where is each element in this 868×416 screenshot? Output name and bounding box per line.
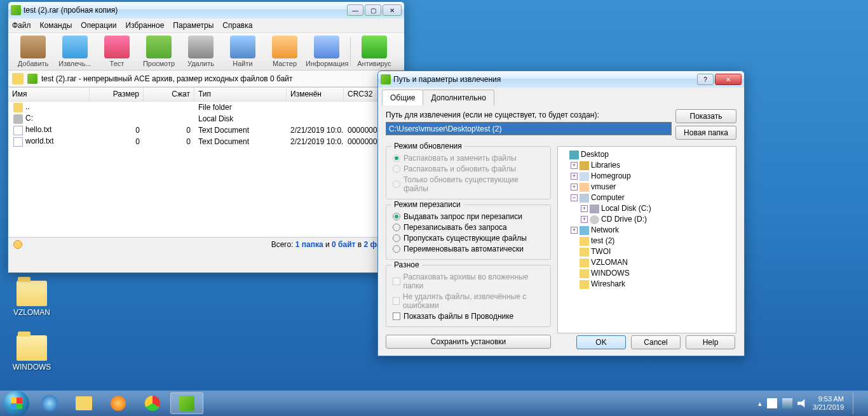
tray-chevron-icon[interactable]: ▴ <box>758 399 762 408</box>
maximize-button[interactable]: ▢ <box>365 4 381 16</box>
tree-node[interactable]: TWOI <box>560 246 733 257</box>
explorer-icon <box>76 396 92 410</box>
menu-options[interactable]: Параметры <box>173 21 214 30</box>
taskbar-winrar[interactable] <box>170 393 203 414</box>
tree-node[interactable]: WINDOWS <box>560 268 733 279</box>
tree-label: Homegroup <box>591 171 631 182</box>
col-packed[interactable]: Сжат <box>144 88 194 101</box>
tree-node[interactable]: −Computer <box>560 192 733 203</box>
checkbox-icon <box>393 312 400 320</box>
winrar-title: test (2).rar (пробная копия) <box>24 6 347 15</box>
flag-icon[interactable] <box>767 398 777 408</box>
extract-icon <box>62 36 88 58</box>
menu-commands[interactable]: Команды <box>40 21 72 30</box>
path-input[interactable] <box>386 122 672 135</box>
radio-ask[interactable]: Выдавать запрос при перезаписи <box>393 212 544 221</box>
tree-node[interactable]: +Local Disk (C:) <box>560 203 733 214</box>
tool-add[interactable]: Добавить <box>12 36 54 67</box>
tree-expand-icon[interactable]: + <box>571 227 578 234</box>
close-button[interactable]: ✕ <box>383 4 402 16</box>
network-icon[interactable] <box>782 398 792 408</box>
chrome-icon <box>145 396 160 411</box>
tab-general[interactable]: Общие <box>382 90 423 105</box>
menu-bar: Файл Команды Операции Избранное Параметр… <box>8 18 404 32</box>
desktop-folder-vzloman[interactable]: VZLOMAN <box>8 281 56 317</box>
close-button[interactable]: ✕ <box>715 74 742 85</box>
minimize-button[interactable]: — <box>347 4 363 16</box>
check-subfolders: Распаковать архивы во вложенные папки <box>393 272 544 290</box>
list-item[interactable]: ..File folder <box>8 102 404 113</box>
menu-favorites[interactable]: Избранное <box>126 21 165 30</box>
col-type[interactable]: Тип <box>194 88 287 101</box>
taskbar-chrome[interactable] <box>136 393 169 414</box>
radio-overwrite[interactable]: Перезаписывать без запроса <box>393 223 544 232</box>
radio-extract-replace: Распаковать и заменить файлы <box>393 154 544 163</box>
tree-expand-icon[interactable]: + <box>571 173 578 180</box>
tool-find[interactable]: Найти <box>222 36 264 67</box>
tool-delete[interactable]: Удалить <box>180 36 222 67</box>
tree-node[interactable]: +Homegroup <box>560 171 733 182</box>
tree-node[interactable]: test (2) <box>560 236 733 246</box>
tree-expand-icon[interactable]: + <box>581 205 588 212</box>
help-button[interactable]: Help <box>686 335 735 349</box>
cancel-button[interactable]: Cancel <box>631 335 681 349</box>
col-size[interactable]: Размер <box>90 88 144 101</box>
tree-node[interactable]: +CD Drive (D:) <box>560 214 733 225</box>
tree-node[interactable]: +Network <box>560 225 733 236</box>
folder-tree[interactable]: Desktop+Libraries+Homegroup+vmuser−Compu… <box>557 146 736 333</box>
show-button[interactable]: Показать <box>675 109 736 123</box>
taskbar-ie[interactable] <box>33 393 66 414</box>
help-button[interactable]: ? <box>697 74 714 85</box>
file-icon <box>13 114 23 124</box>
tree-node[interactable]: Desktop <box>560 149 733 160</box>
desktop-folder-windows[interactable]: WINDOWS <box>8 335 56 372</box>
start-button[interactable] <box>4 391 29 416</box>
tool-info[interactable]: Информация <box>306 36 348 67</box>
tool-test[interactable]: Тест <box>96 36 138 67</box>
check-show-explorer[interactable]: Показать файлы в Проводнике <box>393 312 544 321</box>
extract-titlebar[interactable]: Путь и параметры извлечения ? ✕ <box>378 71 744 88</box>
desktop-icon-label: WINDOWS <box>8 363 56 372</box>
radio-rename[interactable]: Переименовывать автоматически <box>393 245 544 253</box>
up-button[interactable] <box>12 73 24 84</box>
menu-file[interactable]: Файл <box>12 21 31 30</box>
ie-icon <box>41 395 58 412</box>
tool-view[interactable]: Просмотр <box>138 36 180 67</box>
new-folder-button[interactable]: Новая папка <box>675 126 736 140</box>
show-desktop-button[interactable] <box>853 393 859 414</box>
tree-expand-icon[interactable]: − <box>571 194 578 201</box>
volume-icon[interactable] <box>797 398 808 408</box>
tree-node[interactable]: +vmuser <box>560 182 733 192</box>
save-settings-button[interactable]: Сохранить установки <box>386 335 551 349</box>
tree-node[interactable]: +Libraries <box>560 160 733 171</box>
tree-expand-icon[interactable]: + <box>571 162 578 169</box>
list-item[interactable]: C:Local Disk <box>8 113 404 124</box>
file-icon <box>13 137 23 147</box>
radio-skip[interactable]: Пропускать существующие файлы <box>393 234 544 243</box>
tree-expand-icon[interactable]: + <box>571 184 578 191</box>
tree-node[interactable]: Wireshark <box>560 279 733 290</box>
media-icon <box>111 396 126 411</box>
menu-operations[interactable]: Операции <box>81 21 116 30</box>
taskbar-explorer[interactable] <box>67 393 100 414</box>
tool-wizard[interactable]: Мастер <box>264 36 306 67</box>
tree-label: Libraries <box>591 160 620 171</box>
tree-expand-icon[interactable]: + <box>581 216 588 223</box>
clock[interactable]: 9:53 AM 3/21/2019 <box>813 395 844 412</box>
tree-node[interactable]: VZLOMAN <box>560 257 733 268</box>
winrar-titlebar[interactable]: test (2).rar (пробная копия) — ▢ ✕ <box>8 2 404 18</box>
list-item[interactable]: world.txt00Text Document2/21/2019 10:0..… <box>8 136 404 147</box>
list-item[interactable]: hello.txt00Text Document2/21/2019 10:0..… <box>8 124 404 136</box>
radio-icon <box>393 165 400 173</box>
col-modified[interactable]: Изменён <box>287 88 344 101</box>
winrar-icon <box>381 74 391 84</box>
tool-extract[interactable]: Извлечь... <box>54 36 96 67</box>
archive-icon <box>27 74 37 84</box>
ok-button[interactable]: OK <box>576 335 626 349</box>
menu-help[interactable]: Справка <box>222 21 252 30</box>
tool-antivirus[interactable]: Антивирус <box>353 36 395 67</box>
col-name[interactable]: Имя <box>8 88 90 101</box>
taskbar-media[interactable] <box>102 393 135 414</box>
tab-advanced[interactable]: Дополнительно <box>423 90 494 105</box>
ti-desktop-icon <box>569 151 579 159</box>
